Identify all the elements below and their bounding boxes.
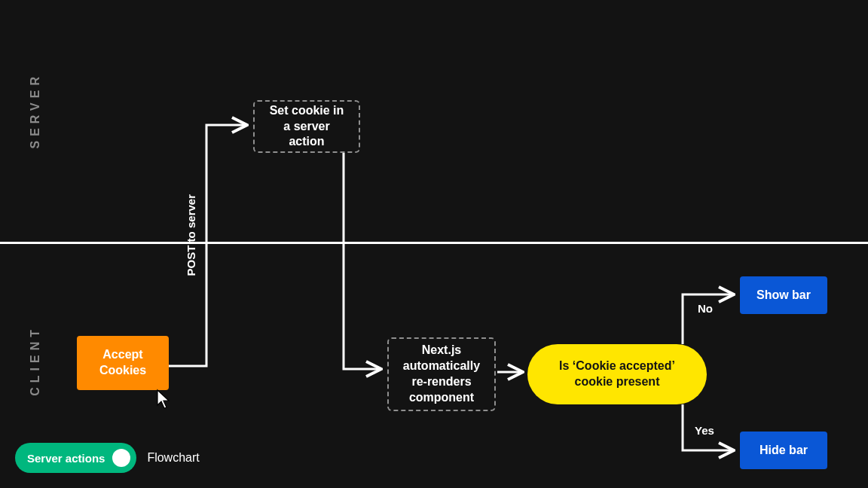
toggle-pill[interactable]: Server actions [15,443,136,473]
flow-arrows [0,0,868,488]
toggle-off-label: Flowchart [147,451,199,465]
node-decision-cookie-present: Is ‘Cookie accepted’ cookie present [527,344,707,404]
edge-label-post: POST to server [185,194,197,276]
section-label-client: CLIENT [29,325,42,396]
view-toggle[interactable]: Server actions Flowchart [15,443,200,473]
server-client-divider [0,242,868,244]
node-accept-cookies[interactable]: Accept Cookies [77,336,169,390]
section-label-server: SERVER [29,72,42,149]
node-show-bar: Show bar [740,276,827,314]
cursor-icon [156,389,171,410]
toggle-on-label: Server actions [27,452,105,465]
node-hide-bar: Hide bar [740,432,827,469]
edge-label-yes: Yes [695,424,714,437]
edge-label-no: No [698,302,713,315]
node-rerender: Next.js automatically re-renders compone… [387,337,496,411]
toggle-knob [112,449,130,467]
node-set-cookie: Set cookie in a server action [253,100,360,153]
